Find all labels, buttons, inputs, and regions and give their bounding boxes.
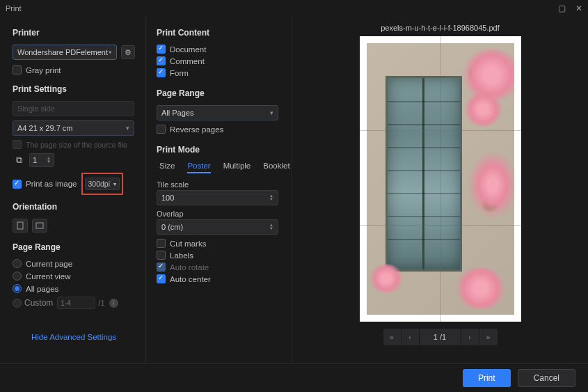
- page-range-heading: Page Range: [13, 242, 135, 252]
- current-view-label: Current view: [26, 272, 71, 281]
- orientation-landscape-button[interactable]: [32, 219, 47, 233]
- form-checkbox-row[interactable]: Form: [157, 68, 281, 77]
- dpi-value: 300dpi: [88, 180, 111, 188]
- print-as-image-label: Print as image: [26, 180, 77, 188]
- current-page-radio[interactable]: [13, 259, 22, 268]
- copies-input[interactable]: 1 ▲▼: [29, 153, 54, 167]
- close-icon[interactable]: ✕: [575, 3, 582, 13]
- tab-multiple[interactable]: Multiple: [223, 162, 251, 173]
- source-size-label: The page size of the source file: [26, 141, 127, 149]
- page-range-select[interactable]: All Pages ▾: [157, 105, 278, 120]
- custom-label: Custom: [24, 298, 53, 308]
- chevron-down-icon: ▾: [270, 109, 273, 116]
- pager-next-button[interactable]: ›: [461, 329, 479, 345]
- auto-center-checkbox[interactable]: [157, 274, 166, 283]
- print-content-heading: Print Content: [157, 28, 281, 38]
- tile-scale-input[interactable]: 100 ▲▼: [157, 190, 278, 205]
- auto-center-row[interactable]: Auto center: [157, 274, 281, 283]
- hide-advanced-link[interactable]: Hide Advanced Settings: [13, 333, 135, 341]
- comment-checkbox-row[interactable]: Comment: [157, 56, 281, 65]
- pager-prev-button[interactable]: ‹: [402, 329, 420, 345]
- svg-rect-0: [17, 222, 23, 229]
- window-title: Print: [6, 4, 22, 13]
- overlap-value: 0 (cm): [161, 223, 183, 231]
- preview-filename: pexels-m-u-h-t-e-l-i-f-18968045.pdf: [381, 24, 500, 32]
- duplex-value: Single side: [17, 104, 55, 113]
- tab-size[interactable]: Size: [159, 162, 175, 173]
- print-settings-heading: Print Settings: [13, 84, 135, 94]
- reverse-pages-checkbox[interactable]: [157, 125, 166, 134]
- titlebar: Print ▢ ✕: [0, 0, 588, 17]
- custom-range-row: Custom /1 i: [13, 297, 135, 309]
- document-checkbox[interactable]: [157, 45, 166, 54]
- dpi-highlight: 300dpi ▾: [81, 173, 123, 195]
- gray-print-label: Gray print: [26, 66, 61, 75]
- print-as-image-checkbox[interactable]: [13, 180, 22, 189]
- printer-settings-button[interactable]: ⚙: [121, 45, 135, 59]
- cut-marks-label: Cut marks: [170, 240, 206, 248]
- gear-icon: ⚙: [125, 48, 132, 57]
- current-page-radio-row[interactable]: Current page: [13, 259, 135, 268]
- preview-pager: « ‹ 1 /1 › »: [383, 329, 498, 345]
- document-label: Document: [170, 45, 206, 54]
- print-as-image-row[interactable]: Print as image: [13, 180, 77, 189]
- paper-size-select[interactable]: A4 21 x 29.7 cm ▾: [13, 120, 134, 136]
- comment-label: Comment: [170, 57, 205, 65]
- comment-checkbox[interactable]: [157, 56, 166, 65]
- overlap-input[interactable]: 0 (cm) ▲▼: [157, 219, 278, 235]
- current-view-radio[interactable]: [13, 272, 22, 281]
- tile-scale-value: 100: [161, 194, 174, 202]
- source-size-row: The page size of the source file: [13, 140, 135, 149]
- overlap-label: Overlap: [157, 210, 281, 218]
- preview-page: [360, 36, 521, 322]
- page-range-value: All Pages: [161, 109, 193, 117]
- pager-page-display: 1 /1: [420, 329, 461, 345]
- paper-size-value: A4 21 x 29.7 cm: [17, 124, 73, 132]
- dialog-footer: Print Cancel: [0, 363, 588, 392]
- middle-panel: Print Content Document Comment Form Page…: [146, 17, 292, 363]
- page-range-heading-2: Page Range: [157, 88, 281, 98]
- chevron-down-icon: ▾: [113, 181, 116, 187]
- orientation-heading: Orientation: [13, 202, 135, 212]
- auto-center-label: Auto center: [170, 275, 211, 283]
- current-page-label: Current page: [26, 260, 72, 268]
- tab-booklet[interactable]: Booklet: [263, 162, 289, 173]
- print-button[interactable]: Print: [463, 369, 511, 387]
- reverse-pages-row[interactable]: Reverse pages: [157, 125, 281, 134]
- cut-marks-row[interactable]: Cut marks: [157, 239, 281, 248]
- pager-first-button[interactable]: «: [383, 329, 402, 345]
- document-checkbox-row[interactable]: Document: [157, 45, 281, 54]
- form-checkbox[interactable]: [157, 68, 166, 77]
- left-panel: Printer Wondershare PDFelement ▾ ⚙ Gray …: [0, 17, 146, 363]
- custom-range-input[interactable]: [57, 297, 95, 309]
- gray-print-checkbox[interactable]: [13, 65, 22, 75]
- auto-rotate-label: Auto rotate: [170, 263, 209, 272]
- pager-last-button[interactable]: »: [479, 329, 498, 345]
- copies-value: 1: [33, 156, 37, 164]
- printer-select-value: Wondershare PDFelement: [17, 48, 108, 56]
- info-icon[interactable]: i: [109, 299, 118, 308]
- maximize-icon[interactable]: ▢: [558, 3, 566, 13]
- cancel-button[interactable]: Cancel: [518, 369, 575, 387]
- auto-rotate-checkbox: [157, 262, 166, 272]
- dpi-select[interactable]: 300dpi ▾: [85, 178, 120, 190]
- labels-row[interactable]: Labels: [157, 251, 281, 260]
- print-mode-heading: Print Mode: [157, 145, 281, 155]
- dialog-body: Printer Wondershare PDFelement ▾ ⚙ Gray …: [0, 17, 588, 363]
- print-mode-tabs: Size Poster Multiple Booklet: [159, 162, 281, 173]
- tab-poster[interactable]: Poster: [187, 162, 210, 173]
- svg-rect-1: [36, 223, 43, 228]
- chevron-down-icon: ▾: [126, 125, 129, 132]
- tile-scale-label: Tile scale: [157, 180, 281, 189]
- current-view-radio-row[interactable]: Current view: [13, 272, 135, 281]
- printer-select[interactable]: Wondershare PDFelement ▾: [13, 45, 117, 60]
- form-label: Form: [170, 69, 189, 77]
- all-pages-radio-row[interactable]: All pages: [13, 284, 135, 293]
- gray-print-checkbox-row[interactable]: Gray print: [13, 65, 135, 75]
- duplex-select: Single side: [13, 101, 134, 116]
- orientation-portrait-button[interactable]: [13, 219, 28, 233]
- cut-marks-checkbox[interactable]: [157, 239, 166, 248]
- labels-checkbox[interactable]: [157, 251, 166, 260]
- all-pages-radio[interactable]: [13, 284, 22, 293]
- custom-radio[interactable]: [13, 299, 22, 308]
